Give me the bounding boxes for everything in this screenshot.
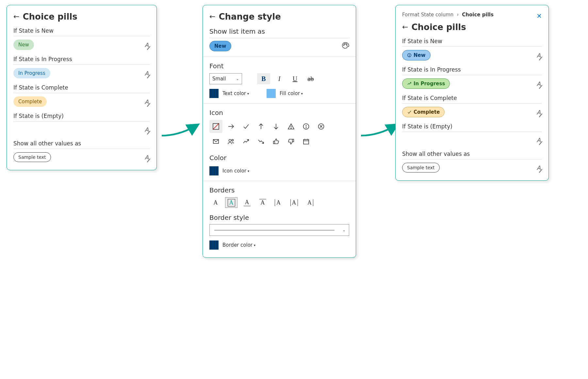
checkmark-icon[interactable] — [239, 120, 253, 133]
warning-icon[interactable] — [285, 120, 298, 133]
people-icon[interactable] — [224, 135, 237, 148]
thumbs-up-icon[interactable] — [270, 135, 283, 148]
svg-point-0 — [343, 44, 344, 45]
icon-color-swatch[interactable] — [209, 166, 219, 175]
choice-pills-panel-initial: ← Choice pills If State is New New A If … — [7, 5, 157, 170]
rule-label-other: Show all other values as — [402, 151, 542, 157]
border-color-dropdown[interactable]: Border color ▾ — [222, 242, 255, 248]
rule-label-complete: If State is Complete — [13, 84, 150, 91]
icon-heading: Icon — [209, 109, 349, 117]
border-top[interactable]: A — [256, 197, 269, 208]
fill-color-dropdown[interactable]: Fill color ▾ — [280, 91, 303, 96]
rule-label-new: If State is New — [13, 27, 150, 34]
breadcrumb-root[interactable]: Format State column — [402, 12, 453, 18]
icon-color-dropdown[interactable]: Icon color ▾ — [222, 168, 249, 174]
preview-pill: New — [209, 41, 231, 51]
breadcrumb-current: Choice pills — [462, 12, 494, 18]
border-right[interactable]: A — [303, 197, 316, 208]
trending-up-icon[interactable] — [239, 135, 253, 148]
svg-point-1 — [344, 43, 345, 44]
divider — [402, 46, 542, 47]
flow-arrow-icon — [160, 121, 203, 141]
edit-style-icon[interactable]: A — [143, 153, 150, 162]
edit-style-icon[interactable]: A — [535, 79, 542, 89]
divider — [402, 159, 542, 159]
italic-button[interactable]: I — [273, 73, 286, 84]
close-icon[interactable]: ✕ — [536, 12, 542, 20]
edit-style-icon[interactable]: A — [535, 107, 542, 117]
text-color-swatch[interactable] — [209, 89, 219, 98]
font-heading: Font — [209, 62, 349, 70]
divider — [13, 36, 150, 36]
font-size-value: Small — [212, 76, 226, 82]
rule-label-inprogress: If State is In Progress — [402, 66, 542, 73]
arrow-up-icon[interactable] — [254, 120, 268, 133]
caret-down-icon: ▾ — [247, 92, 249, 95]
thumbs-down-icon[interactable] — [285, 135, 298, 148]
icon-color-heading: Color — [209, 154, 349, 162]
font-size-select[interactable]: Small ⌄ — [209, 73, 242, 84]
mail-icon[interactable] — [209, 135, 222, 148]
border-color-swatch[interactable] — [209, 240, 219, 250]
checkmark-icon — [407, 110, 412, 114]
palette-icon[interactable] — [341, 41, 349, 51]
edit-style-icon[interactable]: A — [535, 163, 542, 173]
pill-new: New — [13, 40, 34, 50]
arrow-down-icon[interactable] — [270, 120, 283, 133]
edit-style-icon[interactable]: A — [143, 40, 150, 50]
pill-sample-text: Sample text — [402, 163, 440, 173]
svg-point-14 — [306, 127, 306, 128]
rule-label-inprogress: If State is In Progress — [13, 56, 150, 62]
edit-style-icon[interactable]: A — [535, 135, 542, 145]
svg-point-30 — [409, 56, 409, 56]
choice-pills-panel-result: Format State column › Choice pills ✕ ← C… — [395, 5, 549, 181]
border-none[interactable]: A — [209, 197, 222, 208]
fill-color-swatch[interactable] — [267, 89, 276, 98]
caret-down-icon: ▾ — [254, 243, 255, 247]
cancel-circle-icon[interactable] — [315, 120, 328, 133]
text-color-dropdown[interactable]: Text color ▾ — [222, 91, 249, 96]
border-left[interactable]: A — [272, 197, 285, 208]
info-circle-icon[interactable] — [300, 120, 313, 133]
svg-rect-21 — [303, 140, 309, 144]
edit-style-icon[interactable]: A — [143, 69, 150, 78]
strikethrough-button[interactable]: ab — [304, 73, 317, 84]
back-arrow-icon[interactable]: ← — [402, 24, 408, 31]
back-arrow-icon[interactable]: ← — [13, 13, 19, 20]
edit-style-icon[interactable]: A — [143, 125, 150, 134]
divider — [13, 121, 150, 122]
svg-line-5 — [213, 124, 219, 129]
panel-title: Choice pills — [411, 22, 466, 32]
no-icon-option[interactable] — [209, 120, 222, 133]
border-all[interactable]: A — [225, 197, 237, 208]
rule-label-empty: If State is (Empty) — [13, 113, 150, 119]
pill-complete: Complete — [13, 96, 47, 107]
edit-style-icon[interactable]: A — [143, 97, 150, 107]
border-bottom[interactable]: A — [241, 197, 253, 208]
pill-sample-text: Sample text — [13, 152, 51, 162]
border-left-right[interactable]: A — [288, 197, 300, 208]
divider — [402, 103, 542, 104]
trending-up-icon — [407, 81, 412, 86]
underline-button[interactable]: U — [288, 73, 302, 84]
border-style-heading: Border style — [209, 214, 349, 222]
border-style-preview — [214, 230, 335, 230]
back-arrow-icon[interactable]: ← — [209, 13, 215, 20]
border-style-select[interactable]: ⌄ — [209, 224, 349, 236]
divider — [402, 132, 542, 132]
chevron-right-icon: › — [457, 12, 459, 18]
rule-label-new: If State is New — [402, 38, 542, 44]
divider — [209, 38, 349, 38]
calendar-icon[interactable] — [300, 135, 313, 148]
chevron-down-icon: ⌄ — [342, 228, 346, 232]
borders-heading: Borders — [209, 186, 349, 194]
info-circle-icon — [407, 53, 412, 58]
trending-down-icon[interactable] — [254, 135, 268, 148]
panel-title: Choice pills — [23, 12, 77, 22]
bold-button[interactable]: B — [257, 73, 270, 84]
panel-title: Change style — [219, 12, 281, 22]
edit-style-icon[interactable]: A — [535, 51, 542, 60]
arrow-right-icon[interactable] — [224, 120, 237, 133]
divider — [402, 75, 542, 75]
divider — [13, 93, 150, 93]
